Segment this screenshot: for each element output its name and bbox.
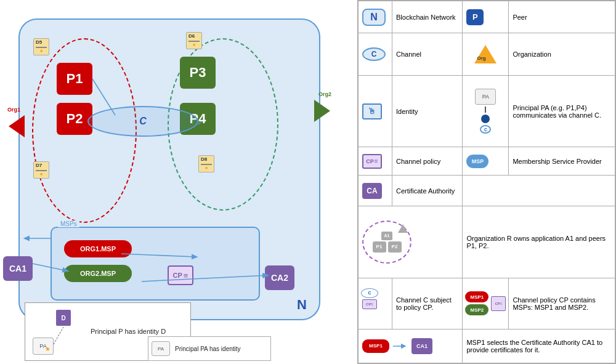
star-d6: ★: [192, 42, 196, 47]
legend-row-6: A1 P1 P2 Organization R owns application…: [359, 206, 615, 278]
ca2-box: CA2: [265, 265, 294, 290]
legend-org-owns-shape-cell: A1 P1 P2: [359, 206, 463, 278]
org1-msp-label: ORG1.MSP: [80, 245, 116, 253]
legend-peer-shape-cell: P: [463, 1, 509, 33]
legend-cp-label: CP: [366, 158, 374, 164]
legend-ca-text: Certificate Authority: [396, 187, 455, 195]
legend-n-label: N: [370, 12, 378, 23]
legend-row-7: C CP≡ Channel C subject to policy CP. MS…: [359, 278, 615, 329]
legend-msp-selects-shape-cell: MSP1 CA1: [359, 329, 463, 363]
legend-principal-text-cell: Principal PA (e.g. P1,P4) communicates v…: [509, 76, 615, 147]
legend-chan-policy-shape-cell: C CP≡: [359, 278, 392, 329]
legend-peer-text-cell: Peer: [509, 1, 615, 33]
legend-org-label: Org: [477, 55, 485, 61]
legend-msp-label: MSP: [472, 158, 484, 164]
legend-msp-pair-cell: MSP1 MSP2 CP≡: [463, 278, 509, 329]
org2-triangle-wrapper: Org2: [314, 100, 330, 122]
svg-line-6: [54, 327, 63, 344]
legend-row-4: CP ≡ Channel policy MSP Membership Servi…: [359, 147, 615, 176]
n-label: N: [297, 297, 307, 313]
legend-row-1: N Blockchain Network P Peer: [359, 1, 615, 33]
bottom-legend-text: Principal P has identity D: [91, 327, 166, 336]
legend-p-label: P: [472, 12, 478, 22]
org1-msp: ORG1.MSP: [64, 240, 132, 257]
legend-table: N Blockchain Network P Peer: [358, 1, 615, 363]
legend-row-5: CA Certificate Authority: [359, 176, 615, 206]
peer-p1-label: P1: [67, 71, 83, 87]
legend-cp-text: Channel policy: [396, 158, 440, 165]
legend-msp-text: Membership Service Provider: [513, 158, 601, 165]
ca2-label: CA2: [271, 273, 288, 283]
doc-d6-label: D6: [188, 33, 195, 39]
legend-row-8: MSP1 CA1 MSP1 selects the: [359, 329, 615, 363]
org2-triangle: [314, 100, 330, 122]
doc-d7: D7 ★: [33, 161, 49, 179]
legend-msp-pair-wrapper: MSP1 MSP2 CP≡: [465, 291, 506, 315]
doc-d5: D5 ★: [33, 38, 49, 55]
doc-d5-label: D5: [36, 39, 42, 45]
legend-chan-sm: C CP≡: [361, 288, 378, 319]
legend-chan-cp: CP≡: [362, 299, 377, 309]
legend-org-owns-text-cell: Organization R owns application A1 and p…: [463, 206, 615, 278]
org1-triangle: [9, 115, 25, 137]
legend-peer-shape: P: [466, 9, 484, 25]
star-d5: ★: [39, 49, 43, 54]
legend-ca-text-cell: Certificate Authority: [392, 176, 463, 206]
legend-c-label: C: [371, 50, 377, 59]
legend-principal-text: Principal PA (e.g. P1,P4) communicates v…: [513, 104, 601, 119]
legend-principal-wrapper: PA C: [466, 89, 505, 134]
legend-msp-pair: MSP1 MSP2: [465, 291, 488, 315]
legend-ca-blank-cell: [463, 176, 615, 206]
legend-org-shape-cell: Org: [463, 33, 509, 76]
msp-outer-box: MSPs ORG1.MSP ORG2.MSP: [51, 227, 260, 301]
org1-label: Org1: [7, 107, 20, 113]
note-pa-label: PA: [158, 346, 164, 352]
legend-org-triangle: Org: [474, 45, 496, 63]
legend-identity-text: Identity: [396, 108, 418, 115]
doc-d7-label: D7: [36, 163, 42, 168]
legend-identity-text-cell: Identity: [392, 76, 463, 147]
legend-network-shape: N: [362, 9, 386, 26]
legend-ca-label: CA: [367, 187, 377, 195]
legend-msp-contains-text-cell: Channel policy CP contains MSPs: MSP1 an…: [509, 278, 615, 329]
legend-row-3: 🖱 Identity PA C: [359, 76, 615, 147]
peer-p3-label: P3: [190, 65, 206, 81]
main-container: D5 ★ D6 ★ D7 ★ D8 ★: [0, 0, 616, 364]
org2-msp-label: ORG2.MSP: [80, 270, 116, 277]
principal-dot: [481, 115, 490, 123]
cp-label: CP: [173, 272, 182, 279]
legend-ca1-sm: CA1: [411, 338, 432, 354]
channel-label: C: [139, 116, 147, 127]
star-d7: ★: [39, 172, 43, 177]
legend-msp2-box: MSP2: [465, 304, 488, 315]
legend-arrow-svg: [393, 342, 408, 350]
bottom-legend-pa-area: PA D ★: [33, 309, 82, 355]
org2-msp: ORG2.MSP: [64, 265, 132, 282]
legend-chan-ellipse: C: [361, 288, 378, 298]
doc-d8-label: D8: [201, 156, 207, 162]
doc-d6: D6 ★: [186, 32, 202, 49]
cp-box: CP ≡: [168, 265, 193, 285]
legend-org-ellipse: A1 P1 P2: [362, 220, 411, 264]
legend-identity-shape-cell: 🖱: [359, 76, 392, 147]
legend-msp-selects-text: MSP1 selects the Certificate Authority C…: [466, 339, 602, 354]
legend-cp-shape: CP ≡: [362, 154, 382, 169]
legend-msp-contains-text: Channel policy CP contains MSPs: MSP1 an…: [513, 296, 595, 311]
channel-ellipse: C: [87, 106, 198, 137]
star-d8: ★: [205, 166, 208, 171]
legend-channel-text-cell: Channel: [392, 33, 463, 76]
diagram-area: D5 ★ D6 ★ D7 ★ D8 ★: [0, 0, 357, 364]
peer-p1: P1: [57, 63, 92, 95]
bottom-note-box: PA Principal PA has identity: [148, 336, 271, 361]
legend-a1-box: A1: [381, 232, 392, 240]
legend-org-shape-wrapper: Org: [466, 42, 505, 67]
peer-p2: P2: [57, 103, 92, 135]
org1-triangle-wrapper: Org1: [9, 115, 25, 137]
legend-peer-text: Peer: [513, 14, 527, 21]
legend-cp-text-cell: Channel policy: [392, 147, 463, 176]
legend-network-text-cell: Blockchain Network: [392, 1, 463, 33]
legend-msp-selects-text-cell: MSP1 selects the Certificate Authority C…: [463, 329, 615, 363]
legend-channel-shape: C: [362, 47, 386, 61]
legend-row-2: C Channel Org Organiz: [359, 33, 615, 76]
cp-lines-icon: ≡: [184, 271, 188, 280]
